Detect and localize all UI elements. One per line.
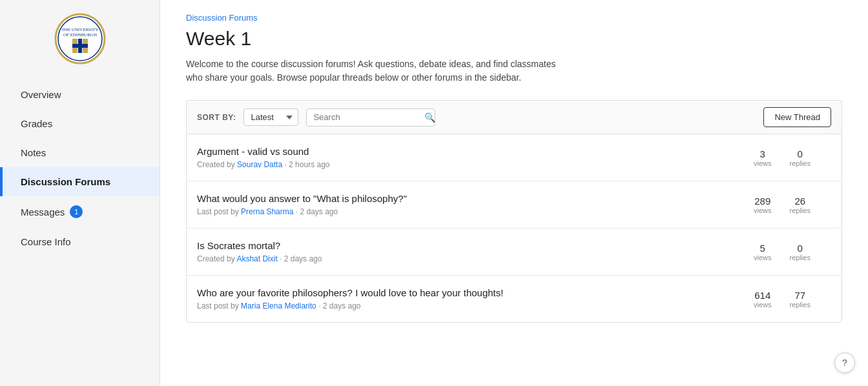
thread-title: Who are your favorite philosophers? I wo… [197,287,754,298]
sidebar-item-label: Notes [21,147,46,158]
svg-rect-5 [72,44,88,48]
table-row[interactable]: Is Socrates mortal? Created by Akshat Di… [187,229,842,276]
page-title: Week 1 [186,28,842,50]
thread-meta: Last post by Maria Elena Mediarito · 2 d… [197,301,754,310]
main-content: Discussion Forums Week 1 Welcome to the … [160,0,868,386]
sidebar-item-messages[interactable]: Messages 1 [0,196,160,227]
views-stat: 614 views [754,290,772,309]
views-stat: 3 views [754,148,772,167]
search-input[interactable] [313,112,422,122]
sidebar-item-label: Overview [21,89,61,100]
svg-rect-9 [83,48,88,53]
sidebar-item-notes[interactable]: Notes [0,138,160,167]
breadcrumb[interactable]: Discussion Forums [186,13,842,23]
thread-content: Argument - valid vs sound Created by Sou… [197,146,754,169]
messages-badge: 1 [70,205,83,218]
thread-stats: 5 views 0 replies [754,243,831,261]
sidebar-item-label: Grades [21,118,52,129]
thread-content: What would you answer to "What is philos… [197,193,754,216]
thread-stats: 614 views 77 replies [754,290,831,309]
sidebar-item-grades[interactable]: Grades [0,109,160,138]
university-logo: THE UNIVERSITY OF EDINBURGH [54,13,106,65]
sidebar-item-label: Course Info [21,236,71,247]
thread-meta: Created by Akshat Dixit · 2 days ago [197,254,754,263]
views-stat: 289 views [754,196,772,214]
thread-list: Argument - valid vs sound Created by Sou… [186,134,842,323]
sort-select[interactable]: Latest Popular Oldest [243,108,298,126]
sidebar-item-overview[interactable]: Overview [0,80,160,109]
sidebar-item-course-info[interactable]: Course Info [0,227,160,256]
table-row[interactable]: What would you answer to "What is philos… [187,181,842,229]
thread-title: Argument - valid vs sound [197,146,754,157]
sidebar: THE UNIVERSITY OF EDINBURGH Overview Gra… [0,0,160,386]
table-row[interactable]: Who are your favorite philosophers? I wo… [187,276,842,322]
views-stat: 5 views [754,243,772,261]
sidebar-item-label: Messages [21,207,65,218]
search-wrapper: 🔍 [306,108,435,127]
replies-stat: 0 replies [790,243,811,261]
svg-text:THE UNIVERSITY: THE UNIVERSITY [61,27,98,32]
thread-content: Is Socrates mortal? Created by Akshat Di… [197,240,754,263]
sidebar-item-discussion-forums[interactable]: Discussion Forums [0,167,160,196]
toolbar: SORT BY: Latest Popular Oldest 🔍 New Thr… [186,100,842,134]
replies-stat: 0 replies [790,148,811,167]
thread-content: Who are your favorite philosophers? I wo… [197,287,754,310]
sidebar-nav: Overview Grades Notes Discussion Forums … [0,80,160,256]
thread-title: What would you answer to "What is philos… [197,193,754,204]
thread-stats: 289 views 26 replies [754,196,831,214]
replies-stat: 77 replies [790,290,811,309]
thread-stats: 3 views 0 replies [754,148,831,167]
help-button[interactable]: ? [834,352,855,373]
new-thread-button[interactable]: New Thread [763,107,831,127]
sort-label: SORT BY: [197,113,236,122]
thread-meta: Last post by Prerna Sharma · 2 days ago [197,207,754,216]
svg-rect-6 [72,39,78,44]
table-row[interactable]: Argument - valid vs sound Created by Sou… [187,134,842,181]
svg-text:OF EDINBURGH: OF EDINBURGH [63,32,97,37]
page-description: Welcome to the course discussion forums!… [186,57,574,85]
search-icon: 🔍 [424,112,435,123]
svg-rect-8 [72,48,78,53]
svg-rect-7 [83,39,88,44]
thread-title: Is Socrates mortal? [197,240,754,251]
sidebar-item-label: Discussion Forums [21,176,110,187]
thread-meta: Created by Sourav Datta · 2 hours ago [197,160,754,169]
replies-stat: 26 replies [790,196,811,214]
